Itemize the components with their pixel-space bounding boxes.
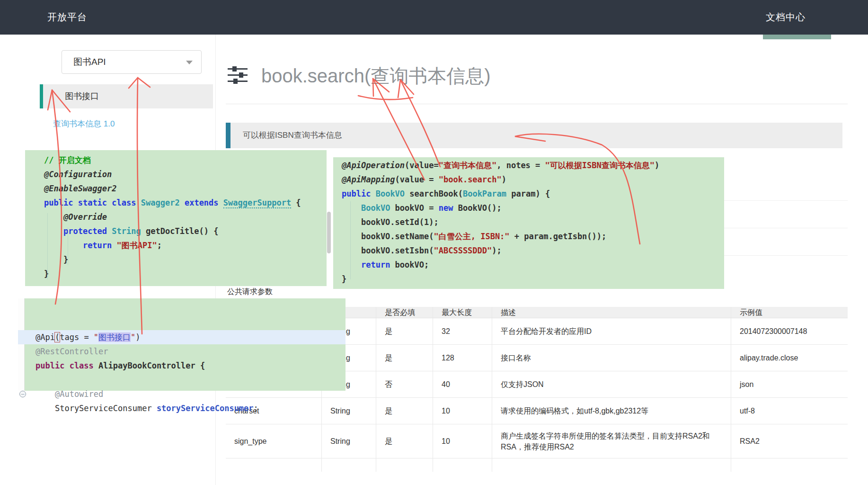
code-line: bookVO.setId(1); [342,215,724,229]
table-cell [731,458,848,472]
sidebar-item-label: 图书接口 [65,84,99,108]
code-line: @Override [44,210,327,224]
code-line: @ApiOperation(value="查询书本信息", notes = "可… [342,158,724,172]
page-title: book.search(查询书本信息) [261,63,491,89]
nav-doc-center[interactable]: 文档中心 [766,0,806,35]
table-cell: 否 [376,371,433,397]
sidebar-version-link[interactable]: 查询书本信息 1.0 [53,118,115,129]
chevron-down-icon [186,61,193,64]
table-cell: 平台分配给开发者的应用ID [492,318,731,344]
code-line: // 开启文档 [44,153,327,167]
params-section-heading: 公共请求参数 [227,287,273,297]
code-line [35,373,345,387]
code-line: bookVO.setIsbn("ABCSSSSDDD"); [342,243,724,258]
table-cell [226,458,322,472]
code-gutter [18,298,25,391]
content-line [724,228,848,228]
code-line: } [342,272,724,286]
table-cell: 是 [376,318,433,344]
code-snippet-controller: @Api(tags = "图书接口")@RestControllerpublic… [18,298,345,391]
table-row: sign_typeString是10商户生成签名字符串所使用的签名算法类型，目前… [226,424,848,458]
table-cell: 10 [433,424,492,458]
code-line: public BookVO searchBook(BookParam param… [342,187,724,201]
code-snippet-swagger-config: // 开启文档@Configuration@EnableSwagger2publ… [25,150,327,286]
api-group-dropdown[interactable]: 图书API [62,50,202,74]
table-cell [376,458,433,472]
table-cell: 是 [376,398,433,424]
top-navbar: 开放平台 文档中心 [0,0,868,35]
code-line: @RestController [35,344,345,359]
table-cell: RSA2 [731,424,848,458]
table-cell [492,458,731,472]
api-description-box: 可以根据ISBN查询书本信息 [226,123,842,148]
code-line: bookVO.setName("白雪公主, ISBN:" + param.get… [342,229,724,243]
code-line: } [44,252,327,267]
table-cell [433,458,492,472]
code-line: @Configuration [44,167,327,181]
code-line: @Autowired– [35,387,345,401]
table-cell: 128 [433,345,492,371]
code-line: return bookVO; [342,258,724,272]
table-cell: 40 [433,371,492,397]
code-line: protected String getDocTitle() { [44,224,327,238]
collapse-minus-icon[interactable]: – [19,391,26,397]
code-line: return "图书API"; [44,238,327,252]
page: 开放平台 文档中心 图书API 图书接口 查询书本信息 1.0 book.sea… [0,0,868,485]
table-cell: 接口名称 [492,345,731,371]
title-divider [226,104,848,104]
table-cell: alipay.trade.close [731,345,848,371]
table-cell: json [731,371,848,397]
code-line: @Api(tags = "图书接口") [35,330,345,344]
indent-guide [68,227,68,265]
table-cell: 商户生成签名字符串所使用的签名算法类型，目前支持RSA2和RSA，推荐使用RSA… [492,424,731,458]
code-line: @EnableSwagger2 [44,181,327,196]
content-line [724,200,848,201]
column-header: 最大长度 [433,307,492,318]
table-cell: 请求使用的编码格式，如utf-8,gbk,gb2312等 [492,398,731,424]
table-cell: sign_type [226,424,322,458]
code-line: BookVO bookVO = new BookVO(); [342,201,724,215]
indent-guide [47,213,48,279]
table-cell: String [322,424,376,458]
table-cell: utf-8 [731,398,848,424]
code-line: public class AlipayBookController { [35,359,345,373]
table-cell [322,458,376,472]
code-line: @ApiMapping(value = "book.search") [342,172,724,187]
table-cell: 是 [376,424,433,458]
table-cell: 10 [433,398,492,424]
scrollbar-thumb[interactable] [327,212,331,253]
sliders-icon [228,66,248,84]
column-header: 描述 [492,307,731,318]
column-header: 示例值 [731,307,848,318]
active-tab-underline [763,35,831,39]
column-header: 是否必填 [376,307,433,318]
table-cell: 32 [433,318,492,344]
table-cell: 是 [376,345,433,371]
code-line: StoryServiceConsumer storyServiceConsume… [35,401,345,415]
code-snippet-api-operation: @ApiOperation(value="查询书本信息", notes = "可… [333,157,724,289]
table-row [226,458,848,472]
indent-guide [350,201,351,279]
code-line: } [44,267,327,281]
table-cell: 2014072300007148 [731,318,848,344]
dropdown-value: 图书API [73,51,106,73]
api-description-text: 可以根据ISBN查询书本信息 [243,123,342,148]
brand-title: 开放平台 [47,0,87,35]
content-line [724,255,848,256]
code-line: public static class Swagger2 extends Swa… [44,196,327,210]
table-cell: 仅支持JSON [492,371,731,397]
sidebar-item-book-api[interactable]: 图书接口 [40,84,213,108]
